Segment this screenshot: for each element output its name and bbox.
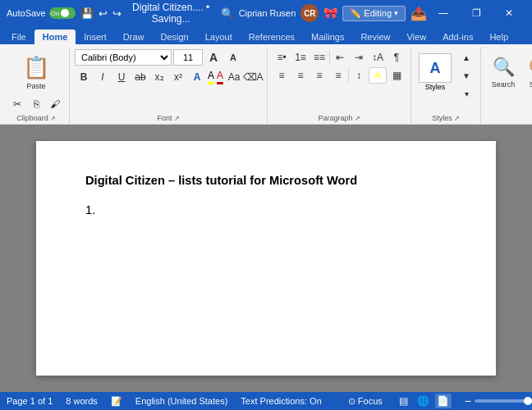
numbering-button[interactable]: 1≡ (291, 49, 310, 66)
font-color-icon: A (217, 70, 223, 81)
tab-mailings[interactable]: Mailings (303, 30, 352, 44)
subscript-button[interactable]: x₂ (150, 69, 168, 85)
search-icon[interactable]: 🔍 (221, 7, 234, 20)
highlight-icon: A (208, 70, 214, 81)
language[interactable]: English (United States) (135, 396, 228, 406)
zoom-thumb (524, 397, 532, 405)
italic-button[interactable]: I (94, 69, 112, 85)
title-bar: AutoSave On 💾 ↩ ↪ Digital Citizen.... • … (0, 0, 532, 26)
user-avatar[interactable]: CR (300, 4, 319, 22)
search-ribbon-label: Search (492, 80, 516, 89)
proofing-icon[interactable]: 📝 (111, 396, 122, 407)
redo-icon[interactable]: ↪ (112, 7, 122, 20)
voice-label-row: Voice (486, 114, 532, 122)
styles-button[interactable]: A Styles (416, 49, 454, 95)
word-count[interactable]: 8 words (66, 396, 98, 406)
tab-addins[interactable]: Add-ins (434, 30, 481, 44)
ribbon-tabs: File Home Insert Draw Design Layout Refe… (0, 26, 532, 44)
paste-button[interactable]: 📋 Paste (19, 49, 53, 95)
tab-insert[interactable]: Insert (76, 30, 115, 44)
separator1 (329, 50, 330, 65)
username: Ciprian Rusen (239, 8, 296, 18)
font-name-select[interactable]: Calibri (Body) (75, 49, 172, 66)
clipboard-expand-icon[interactable]: ↗ (50, 115, 56, 122)
save-icon[interactable]: 💾 (80, 7, 94, 20)
minimize-button[interactable]: — (427, 0, 460, 26)
shading-button[interactable]: A (369, 67, 387, 84)
styles-preview: A (419, 53, 452, 83)
text-predictions[interactable]: Text Predictions: On (241, 396, 321, 406)
change-case-button[interactable]: Aa (225, 69, 243, 85)
align-left-button[interactable]: ≡ (273, 67, 291, 84)
styles-ribbon-button[interactable]: 🎨 Styles (522, 49, 532, 95)
read-mode-button[interactable]: 📄 (435, 394, 452, 408)
tab-view[interactable]: View (398, 30, 434, 44)
tab-home[interactable]: Home (34, 30, 76, 44)
editing-badge[interactable]: ✏️ Editing ▾ (342, 6, 406, 21)
borders-button[interactable]: ▦ (388, 67, 406, 84)
font-group: Calibri (Body) A A B I U ab x₂ x² A A (70, 48, 268, 124)
editing-label: Editing (364, 8, 392, 18)
ribbon-icon[interactable]: 🎀 (323, 7, 337, 20)
align-right-button[interactable]: ≡ (310, 67, 328, 84)
zoom-slider[interactable] (475, 399, 532, 403)
restore-button[interactable]: ❐ (460, 0, 493, 26)
document-heading: Digital Citizen – lists tutorial for Mic… (85, 174, 447, 187)
tab-file[interactable]: File (3, 30, 34, 44)
editor-find-button[interactable]: 🔍 Search (486, 49, 521, 95)
format-painter-button[interactable]: 🖌 (46, 96, 64, 112)
toggle-knob (61, 9, 69, 17)
document-page[interactable]: Digital Citizen – lists tutorial for Mic… (36, 141, 496, 376)
styles-up-button[interactable]: ▲ (457, 49, 475, 66)
tab-design[interactable]: Design (152, 30, 196, 44)
zoom-out-button[interactable]: − (465, 395, 471, 407)
share-icon[interactable]: 📤 (410, 6, 427, 21)
tab-references[interactable]: References (241, 30, 303, 44)
font-expand-icon[interactable]: ↗ (174, 115, 180, 122)
styles-more-button[interactable]: ▾ (457, 85, 475, 102)
clipboard-label-row: Clipboard ↗ (8, 114, 64, 122)
justify-button[interactable]: ≡ (329, 67, 347, 84)
font-size-input[interactable] (173, 49, 203, 66)
clipboard-content: 📋 Paste ✂ ⎘ 🖌 (8, 49, 64, 114)
clear-formatting-button[interactable]: ⌫A (244, 69, 262, 85)
strikethrough-button[interactable]: ab (131, 69, 149, 85)
paste-icon: 📋 (23, 55, 49, 80)
tab-draw[interactable]: Draw (115, 30, 153, 44)
page-count[interactable]: Page 1 of 1 (7, 396, 53, 406)
styles-down-button[interactable]: ▼ (457, 67, 475, 84)
styles-expand-icon[interactable]: ↗ (454, 115, 460, 122)
bold-button[interactable]: B (75, 69, 93, 85)
underline-button[interactable]: U (112, 69, 131, 85)
paragraph-expand-icon[interactable]: ↗ (355, 115, 360, 122)
clipboard-label: Clipboard (16, 114, 48, 122)
text-effects-button[interactable]: A (188, 69, 206, 85)
text-highlight-button[interactable]: A (207, 69, 215, 85)
tab-layout[interactable]: Layout (197, 30, 241, 44)
tab-review[interactable]: Review (352, 30, 398, 44)
font-label: Font (158, 114, 172, 122)
line-spacing-button[interactable]: ↕ (350, 67, 368, 84)
undo-icon[interactable]: ↩ (99, 7, 108, 20)
superscript-button[interactable]: x² (169, 69, 187, 85)
paragraph-label-row: Paragraph ↗ (273, 114, 406, 122)
show-marks-button[interactable]: ¶ (388, 49, 406, 66)
web-layout-button[interactable]: 🌐 (415, 394, 432, 408)
font-color-button[interactable]: A (216, 69, 224, 85)
increase-indent-button[interactable]: ⇥ (350, 49, 368, 66)
focus-label[interactable]: ⊙ Focus (348, 396, 383, 407)
font-name-row: Calibri (Body) A A (75, 49, 242, 66)
autosave-toggle[interactable]: On (49, 7, 76, 19)
multilevel-list-button[interactable]: ≡≡ (310, 49, 328, 66)
decrease-indent-button[interactable]: ⇤ (331, 49, 349, 66)
copy-button[interactable]: ⎘ (27, 96, 45, 112)
bullets-button[interactable]: ≡• (273, 49, 291, 66)
align-center-button[interactable]: ≡ (291, 67, 310, 84)
print-layout-button[interactable]: ▤ (396, 394, 412, 408)
font-size-increase-button[interactable]: A (204, 49, 222, 66)
sort-button[interactable]: ↕A (369, 49, 387, 66)
cut-button[interactable]: ✂ (8, 96, 26, 112)
tab-help[interactable]: Help (481, 30, 516, 44)
close-button[interactable]: ✕ (493, 0, 525, 26)
font-size-decrease-button[interactable]: A (224, 49, 242, 66)
